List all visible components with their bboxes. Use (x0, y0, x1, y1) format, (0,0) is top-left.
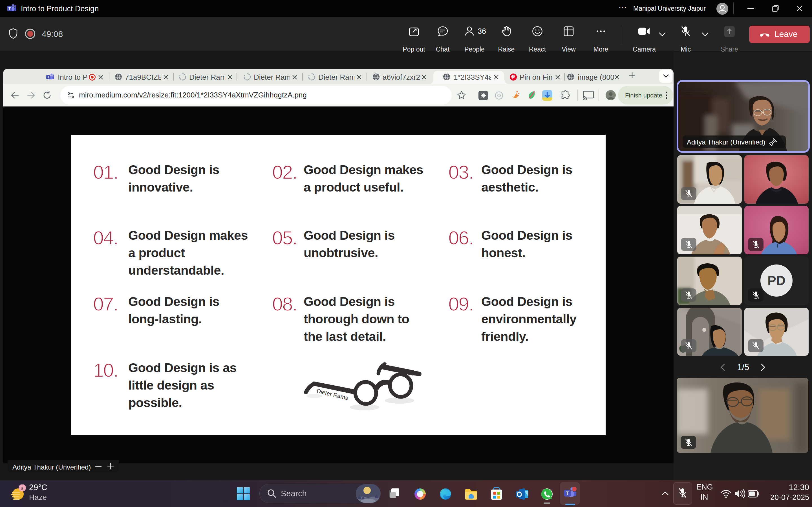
svg-text:T: T (566, 491, 569, 496)
svg-text:3: 3 (20, 486, 23, 491)
